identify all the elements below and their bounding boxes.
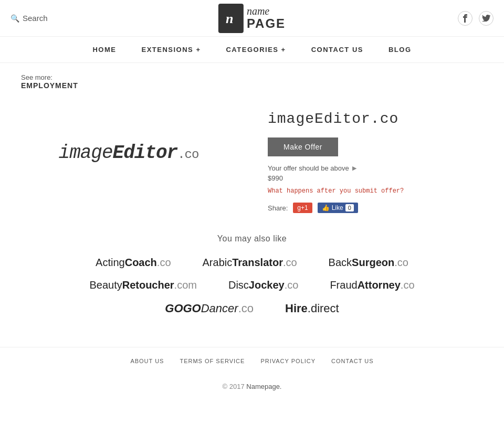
domain-row-3: GOGODancer.co Hire.direct xyxy=(165,302,339,315)
list-item[interactable]: GOGODancer.co xyxy=(165,302,254,315)
domain-grid: ActingCoach.co ArabicTranslator.co BackS… xyxy=(21,257,483,315)
copyright-brand[interactable]: Namepage. xyxy=(246,383,281,390)
fb-thumbs-icon: 👍 xyxy=(322,204,330,211)
facebook-like-button[interactable]: 👍 Like 0 xyxy=(318,203,358,213)
facebook-icon[interactable] xyxy=(458,11,472,26)
also-like-section: You may also like ActingCoach.co ArabicT… xyxy=(21,234,483,315)
search-area[interactable]: 🔍 Search xyxy=(10,14,48,23)
list-item[interactable]: FraudAttorney.co xyxy=(330,279,414,291)
footer-about[interactable]: ABOUT US xyxy=(130,358,164,364)
nav-home[interactable]: HOME xyxy=(90,46,118,54)
search-icon: 🔍 xyxy=(10,14,19,23)
list-item[interactable]: ActingCoach.co xyxy=(96,257,171,269)
logo-italic-part: image xyxy=(59,142,113,164)
navigation: HOME EXTENSIONS + CATEGORIES + CONTACT U… xyxy=(0,37,504,63)
logo-bold-part: Editor xyxy=(113,142,178,164)
domain-title: imageEditor.co xyxy=(268,111,483,127)
domain-row-1: ActingCoach.co ArabicTranslator.co BackS… xyxy=(96,257,408,269)
domain-section: imageEditor.co imageEditor.co Make Offer… xyxy=(21,105,483,213)
footer-copyright: © 2017 Namepage. xyxy=(0,375,504,406)
see-more-link[interactable]: EMPLOYMENT xyxy=(21,81,483,90)
fb-like-label: Like xyxy=(332,204,343,211)
nav-blog[interactable]: BLOG xyxy=(386,46,414,54)
see-more-label: See more: xyxy=(21,73,483,81)
offer-arrow-icon: ▶ xyxy=(352,165,356,172)
twitter-icon[interactable] xyxy=(479,11,494,26)
logo-tld: .co xyxy=(177,147,198,162)
search-label[interactable]: Search xyxy=(23,14,48,23)
share-area: Share: g+1 👍 Like 0 xyxy=(268,203,483,213)
offer-info-label: Your offer should be above xyxy=(268,164,349,172)
list-item[interactable]: ArabicTranslator.co xyxy=(203,257,297,269)
see-more-section: See more: EMPLOYMENT xyxy=(21,73,483,90)
list-item[interactable]: Hire.direct xyxy=(285,302,339,315)
nav-extensions[interactable]: EXTENSIONS + xyxy=(139,46,203,54)
domain-row-2: BeautyRetoucher.com DiscJockey.co FraudA… xyxy=(89,279,414,291)
list-item[interactable]: BackSurgeon.co xyxy=(329,257,408,269)
domain-info: imageEditor.co Make Offer Your offer sho… xyxy=(268,105,483,213)
google-plus-button[interactable]: g+1 xyxy=(293,203,312,213)
footer-privacy[interactable]: PRIVACY POLICY xyxy=(260,358,316,364)
also-like-title: You may also like xyxy=(21,234,483,243)
g-plus-label: g+1 xyxy=(297,204,308,211)
logo-page: PAGE xyxy=(247,17,286,30)
footer-tos[interactable]: TERMS OF SERVICE xyxy=(180,358,245,364)
domain-logo-area: imageEditor.co xyxy=(21,105,236,200)
logo[interactable]: n name PAGE xyxy=(218,4,286,33)
social-links xyxy=(458,11,494,26)
list-item[interactable]: BeautyRetoucher.com xyxy=(89,279,197,291)
copyright-year: © 2017 xyxy=(223,383,245,390)
fb-count: 0 xyxy=(345,204,354,211)
domain-logo-display: imageEditor.co xyxy=(59,142,199,164)
footer-contact[interactable]: CONTACT US xyxy=(331,358,374,364)
offer-info-text: Your offer should be above ▶ xyxy=(268,164,483,172)
what-happens-link[interactable]: What happens after you submit offer? xyxy=(268,187,483,195)
nav-contact[interactable]: CONTACT US xyxy=(309,46,365,54)
list-item[interactable]: DiscJockey.co xyxy=(228,279,298,291)
share-label: Share: xyxy=(268,204,288,212)
logo-name: name xyxy=(247,5,286,17)
main-content: See more: EMPLOYMENT imageEditor.co imag… xyxy=(0,63,504,347)
offer-amount: $990 xyxy=(268,174,483,182)
svg-text:n: n xyxy=(226,11,233,26)
footer-links: ABOUT US TERMS OF SERVICE PRIVACY POLICY… xyxy=(0,347,504,375)
logo-text: name PAGE xyxy=(244,5,286,30)
header: 🔍 Search n name PAGE xyxy=(0,0,504,37)
nav-categories[interactable]: CATEGORIES + xyxy=(224,46,288,54)
make-offer-button[interactable]: Make Offer xyxy=(268,137,338,156)
logo-icon: n xyxy=(218,4,244,33)
